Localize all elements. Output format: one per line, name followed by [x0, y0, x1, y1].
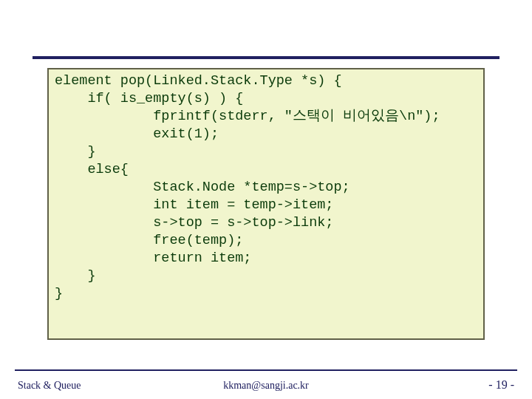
code-block: element pop(Linked.Stack.Type *s) { if( …: [47, 68, 485, 340]
footer-rule: [15, 369, 517, 371]
footer: Stack & Queue kkman@sangji.ac.kr - 19 -: [0, 369, 532, 399]
code-text: element pop(Linked.Stack.Type *s) { if( …: [55, 72, 477, 303]
page-number: - 19 -: [488, 378, 514, 392]
slide: element pop(Linked.Stack.Type *s) { if( …: [0, 0, 532, 399]
footer-center: kkman@sangji.ac.kr: [0, 380, 532, 392]
title-rule: [33, 56, 499, 59]
